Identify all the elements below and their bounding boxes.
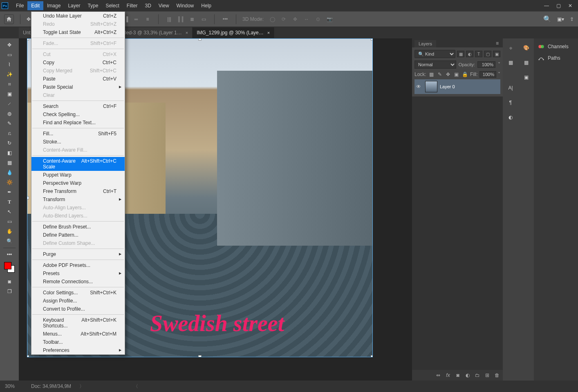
transform-handle[interactable] — [371, 38, 373, 40]
menu-item[interactable]: Paste Special — [31, 83, 125, 91]
menu-item[interactable]: CopyCtrl+C — [31, 58, 125, 67]
swatches-panel-icon[interactable]: ▦ — [522, 58, 531, 67]
menu-item[interactable]: Assign Profile... — [31, 297, 125, 305]
dodge-tool[interactable]: 🔆 — [3, 177, 16, 187]
menu-item[interactable]: Content-Aware ScaleAlt+Shift+Ctrl+C — [31, 157, 125, 171]
transform-handle[interactable] — [371, 355, 373, 357]
edit-toolbar-button[interactable]: ••• — [3, 250, 16, 260]
distribute-4-icon[interactable]: ▭ — [199, 15, 208, 24]
new-layer-icon[interactable]: ⊞ — [484, 372, 491, 378]
menu-item[interactable]: SearchCtrl+F — [31, 102, 125, 110]
maximize-icon[interactable]: ▢ — [556, 3, 561, 9]
filter-smart-icon[interactable]: ▣ — [493, 51, 500, 57]
adjustments-icon[interactable]: ▦ — [506, 58, 515, 67]
menu-item[interactable]: Keyboard Shortcuts...Alt+Shift+Ctrl+K — [31, 316, 125, 330]
menu-window[interactable]: Window — [173, 1, 198, 10]
menu-item[interactable]: Toolbar... — [31, 338, 125, 346]
libraries-panel-icon[interactable]: ▣ — [522, 73, 531, 82]
type-tool[interactable]: T — [3, 197, 16, 207]
layer-filter-select[interactable]: 🔍 Kind — [414, 50, 455, 58]
menu-filter[interactable]: Filter — [123, 1, 141, 10]
menu-item[interactable]: Perspective Warp — [31, 179, 125, 187]
menu-item[interactable]: Adobe PDF Presets... — [31, 261, 125, 269]
glyphs-icon[interactable]: ◐ — [506, 113, 515, 122]
lock-all-icon[interactable]: 🔒 — [462, 71, 468, 78]
menu-file[interactable]: File — [12, 1, 27, 10]
blur-tool[interactable]: 💧 — [3, 168, 16, 177]
transform-handle[interactable] — [198, 355, 202, 357]
paths-panel-item[interactable]: Paths — [534, 52, 578, 64]
opacity-value[interactable]: 100% — [477, 61, 495, 68]
3d-roll-icon[interactable]: ⟳ — [279, 15, 288, 24]
delete-layer-icon[interactable]: 🗑 — [494, 372, 500, 378]
menu-item[interactable]: Color Settings...Shift+Ctrl+K — [31, 289, 125, 297]
menu-item[interactable]: Define Pattern... — [31, 231, 125, 239]
lock-transparency-icon[interactable]: ▦ — [428, 71, 435, 78]
transform-handle[interactable] — [27, 355, 29, 357]
path-select-tool[interactable]: ↖ — [3, 207, 16, 217]
lock-artboard-icon[interactable]: ▣ — [453, 71, 460, 78]
pen-tool[interactable]: ✒ — [3, 187, 16, 197]
character-icon[interactable]: A| — [506, 83, 515, 92]
menu-help[interactable]: Help — [197, 1, 215, 10]
menu-item[interactable]: Find and Replace Text... — [31, 119, 125, 127]
transform-handle[interactable] — [198, 38, 202, 40]
lock-position-icon[interactable]: ✥ — [445, 71, 452, 78]
eyedropper-tool[interactable]: ⟋ — [3, 99, 16, 109]
minimize-icon[interactable]: — — [544, 3, 549, 9]
eraser-tool[interactable]: ◧ — [3, 148, 16, 158]
menu-item[interactable]: Free TransformCtrl+T — [31, 187, 125, 195]
close-icon[interactable]: ✕ — [568, 3, 572, 9]
menu-item[interactable]: Toggle Last StateAlt+Ctrl+Z — [31, 28, 125, 36]
hand-tool[interactable]: ✋ — [3, 226, 16, 236]
menu-select[interactable]: Select — [102, 1, 123, 10]
menu-item[interactable]: Preferences — [31, 346, 125, 354]
properties-icon[interactable]: ⟐ — [506, 43, 515, 52]
3d-pan-icon[interactable]: ✥ — [291, 15, 300, 24]
zoom-tool[interactable]: 🔍 — [3, 236, 16, 246]
menu-type[interactable]: Type — [84, 1, 102, 10]
layer-mask-icon[interactable]: ◙ — [455, 372, 461, 378]
brush-tool[interactable]: ✎ — [3, 119, 16, 128]
layer-name[interactable]: Layer 0 — [440, 84, 455, 89]
shape-tool[interactable]: ▭ — [3, 217, 16, 226]
menu-item[interactable]: PasteCtrl+V — [31, 75, 125, 83]
layer-fx-icon[interactable]: fx — [445, 372, 451, 378]
search-icon[interactable]: 🔍 — [543, 15, 551, 23]
healing-brush-tool[interactable]: ◍ — [3, 109, 16, 119]
menu-view[interactable]: View — [155, 1, 173, 10]
move-tool[interactable]: ✥ — [3, 40, 16, 50]
distribute-2-icon[interactable]: ║║ — [176, 15, 185, 24]
menu-item[interactable]: Convert to Profile... — [31, 305, 125, 313]
link-layers-icon[interactable]: ⇔ — [435, 372, 441, 378]
lasso-tool[interactable]: ⌇ — [3, 60, 16, 69]
distribute-3-icon[interactable]: ≣ — [188, 15, 197, 24]
blend-mode-select[interactable]: Normal — [414, 60, 456, 69]
transform-handle[interactable] — [27, 38, 29, 40]
filter-adjust-icon[interactable]: ◐ — [466, 51, 473, 57]
menu-item[interactable]: Menus...Alt+Shift+Ctrl+M — [31, 330, 125, 338]
quick-mask-tool[interactable]: ◙ — [3, 277, 16, 287]
menu-item[interactable]: Stroke... — [31, 138, 125, 146]
menu-image[interactable]: Image — [43, 1, 64, 10]
menu-item[interactable]: Undo Make LayerCtrl+Z — [31, 12, 125, 20]
filter-pixel-icon[interactable]: ▦ — [457, 51, 464, 57]
adjustment-layer-icon[interactable]: ◐ — [464, 372, 471, 378]
menu-item[interactable]: Purge — [31, 250, 125, 258]
layer-thumbnail[interactable] — [425, 81, 437, 92]
3d-slide-icon[interactable]: ↔ — [302, 15, 311, 24]
filter-shape-icon[interactable]: ▢ — [484, 51, 491, 57]
menu-item[interactable]: Presets — [31, 269, 125, 278]
menu-item[interactable]: Transform — [31, 195, 125, 204]
menu-item[interactable]: Define Brush Preset... — [31, 223, 125, 231]
more-options-icon[interactable]: ••• — [221, 15, 230, 24]
3d-zoom-icon[interactable]: ⊙ — [314, 15, 323, 24]
layer-row[interactable]: 👁 Layer 0 — [414, 79, 500, 94]
gradient-tool[interactable]: ▦ — [3, 158, 16, 168]
home-button[interactable] — [4, 14, 14, 24]
share-icon[interactable]: ⇪ — [570, 16, 574, 22]
color-panel-icon[interactable]: 🎨 — [522, 43, 531, 52]
lock-image-icon[interactable]: ✎ — [436, 71, 443, 78]
transform-handle[interactable] — [371, 196, 373, 199]
menu-item[interactable]: Fill...Shift+F5 — [31, 130, 125, 138]
